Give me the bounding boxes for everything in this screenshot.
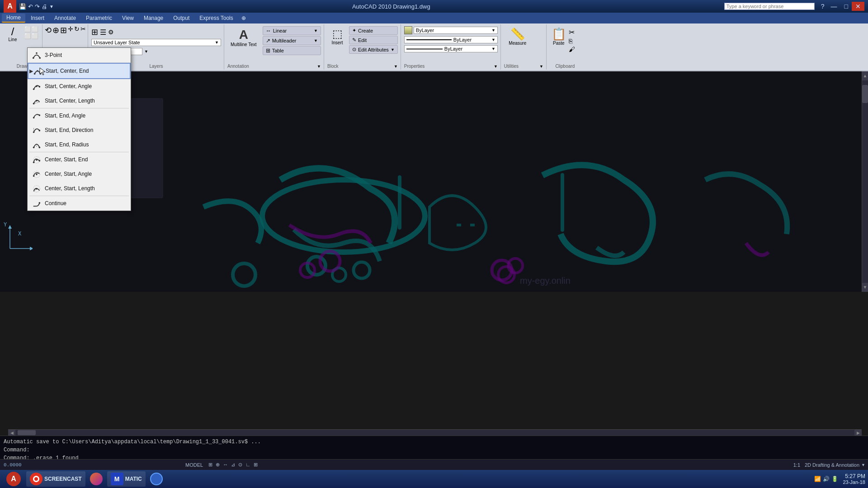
modify-tool-3[interactable]: ⊞	[60, 25, 67, 35]
undo-qat-btn[interactable]: ↶	[28, 3, 33, 10]
redo-qat-btn[interactable]: ↷	[35, 3, 40, 10]
bylayer-linetype-combo[interactable]: ByLayer ▼	[404, 36, 498, 43]
measure-btn[interactable]: 📏 Measure	[504, 26, 531, 47]
arc-csl-icon	[32, 184, 41, 193]
block-expand-icon[interactable]: ▼	[394, 64, 398, 69]
search-input[interactable]	[726, 4, 808, 9]
ortho-icon[interactable]: ↔	[222, 462, 229, 468]
insert-btn[interactable]: ⬚ Insert	[327, 26, 347, 64]
color-swatch[interactable]	[404, 26, 412, 34]
allow-dwf-icon[interactable]: ⊞	[253, 462, 259, 468]
firefox-taskbar-item[interactable]	[87, 471, 105, 487]
menu-insert[interactable]: Insert	[26, 14, 49, 22]
edit-attributes-dropdown-icon[interactable]: ▼	[391, 47, 395, 52]
edit-btn[interactable]: ✎ Edit	[349, 36, 398, 44]
modify-tool-6[interactable]: ✂	[80, 25, 86, 33]
multiline-text-btn[interactable]: A Multiline Text	[227, 26, 260, 64]
linear-btn[interactable]: ↔ Linear ▼	[263, 26, 321, 35]
menu-parametric[interactable]: Parametric	[81, 14, 117, 22]
menu-annotate[interactable]: Annotate	[50, 14, 80, 22]
cut-icon[interactable]: ✂	[569, 28, 575, 37]
start-btn[interactable]: A	[3, 470, 24, 488]
modify-tool-2[interactable]: ⊕	[52, 25, 59, 35]
line-btn[interactable]: / Line	[4, 25, 22, 43]
modify-tool-4[interactable]: ✛	[68, 25, 73, 33]
help-btn[interactable]: ?	[818, 2, 827, 11]
qat-dropdown[interactable]: ▼	[49, 4, 54, 9]
polar-icon[interactable]: ⊿	[230, 462, 236, 468]
linear-dropdown-icon[interactable]: ▼	[314, 28, 318, 33]
arc-dropdown-menu[interactable]: 3-Point Start, Center, End ▶ Start, Cent…	[27, 47, 131, 211]
maximize-btn[interactable]: □	[841, 2, 852, 11]
bylayer-color-combo[interactable]: ByLayer ▼	[414, 27, 498, 34]
modify-tool-5[interactable]: ↻	[74, 25, 80, 33]
drafting-label[interactable]: 2D Drafting & Annotation	[802, 462, 859, 468]
osnap-icon[interactable]: ⊙	[237, 462, 243, 468]
volume-icon[interactable]: 🔊	[823, 476, 830, 482]
layer-num-dropdown[interactable]: ▼	[144, 49, 148, 54]
svg-marker-18	[30, 247, 33, 250]
bylayer-dropdown-icon[interactable]: ▼	[491, 28, 495, 33]
grid-icon[interactable]: ⊞	[208, 462, 213, 468]
scrollbar-horizontal[interactable]: ◀ ▶	[8, 429, 862, 436]
table-btn[interactable]: ⊞ Table	[263, 46, 321, 55]
scale-label[interactable]: 1:1	[793, 462, 800, 468]
layer-tool-2[interactable]: ☰	[100, 28, 106, 37]
coord-value: 0.0000	[4, 462, 22, 468]
multileader-btn[interactable]: ↗ Multileader ▼	[263, 36, 321, 45]
arc-start-end-angle-item[interactable]: Start, End, Angle	[28, 108, 131, 123]
menu-express-tools[interactable]: Express Tools	[195, 14, 237, 22]
battery-icon[interactable]: 🔋	[831, 476, 838, 482]
minimize-btn[interactable]: —	[827, 2, 841, 11]
arc-start-end-radius-item[interactable]: Start, End, Radius	[28, 137, 131, 152]
arc-center-start-end-item[interactable]: Center, Start, End	[28, 152, 131, 167]
snap-icon[interactable]: ⊕	[215, 462, 221, 468]
arc-center-start-angle-item[interactable]: Center, Start, Angle	[28, 167, 131, 181]
arc-3point-item[interactable]: 3-Point	[28, 48, 131, 63]
arc-start-center-angle-item[interactable]: Start, Center, Angle	[28, 79, 131, 94]
search-box[interactable]	[724, 3, 815, 10]
arc-continue-item[interactable]: Continue	[28, 196, 131, 211]
arc-start-center-end-item[interactable]: Start, Center, End ▶	[28, 63, 131, 79]
annotation-expand-icon[interactable]: ▼	[317, 64, 321, 69]
svg-point-3	[233, 263, 255, 286]
menu-manage[interactable]: Manage	[139, 14, 168, 22]
drafting-dropdown-icon[interactable]: ▼	[861, 463, 865, 467]
close-btn[interactable]: ✕	[852, 2, 864, 11]
scrollbar-vertical[interactable]: ▲ ▼	[862, 71, 868, 292]
time-display: 5:27 PM	[843, 473, 865, 479]
network-icon[interactable]: 📶	[814, 476, 821, 482]
properties-expand-icon[interactable]: ▼	[494, 64, 498, 69]
app-logo[interactable]: A	[4, 0, 16, 13]
menu-output[interactable]: Output	[169, 14, 194, 22]
arc-start-end-direction-item[interactable]: Start, End, Direction	[28, 123, 131, 137]
create-btn[interactable]: ✦ Create	[349, 26, 398, 35]
otrack-icon[interactable]: ∟	[245, 462, 251, 468]
utilities-expand-icon[interactable]: ▼	[539, 64, 543, 69]
bylayer-lineweight-dropdown-icon[interactable]: ▼	[491, 47, 495, 51]
menu-extra[interactable]: ⊕	[239, 14, 249, 22]
print-qat-btn[interactable]: 🖨	[42, 3, 47, 10]
save-qat-btn[interactable]: 💾	[19, 3, 26, 10]
paste-btn[interactable]: 📋 Paste	[550, 26, 568, 47]
bylayer-linetype-dropdown-icon[interactable]: ▼	[491, 38, 495, 42]
screencast-taskbar-item[interactable]: SCREENCAST	[26, 471, 85, 487]
draw-tools-btn[interactable]: ⬜⬜⬜⬜	[23, 25, 40, 40]
menu-home[interactable]: Home	[2, 14, 25, 23]
layer-state-combo[interactable]: Unsaved Layer State ▼	[91, 39, 221, 46]
format-painter-icon[interactable]: 🖌	[569, 46, 575, 53]
copy-icon[interactable]: ⎘	[569, 38, 575, 45]
arc-start-center-length-item[interactable]: Start, Center, Length	[28, 94, 131, 108]
circle-taskbar-item[interactable]	[147, 471, 165, 487]
edit-attributes-btn[interactable]: ⊙ Edit Attributes ▼	[349, 45, 398, 54]
layer-tools-icon[interactable]: ⊞	[91, 27, 98, 37]
status-model-label[interactable]: MODEL	[184, 462, 205, 468]
bylayer-lineweight-combo[interactable]: ByLayer ▼	[404, 45, 498, 52]
menu-view[interactable]: View	[118, 14, 138, 22]
arc-center-start-length-item[interactable]: Center, Start, Length	[28, 181, 131, 196]
modify-tool-1[interactable]: ⟲	[45, 25, 52, 35]
matic-taskbar-item[interactable]: M MATIC	[107, 471, 146, 487]
layer-tool-3[interactable]: ⚙	[108, 28, 114, 36]
layer-state-dropdown-icon[interactable]: ▼	[215, 40, 219, 45]
multileader-dropdown-icon[interactable]: ▼	[314, 38, 318, 43]
